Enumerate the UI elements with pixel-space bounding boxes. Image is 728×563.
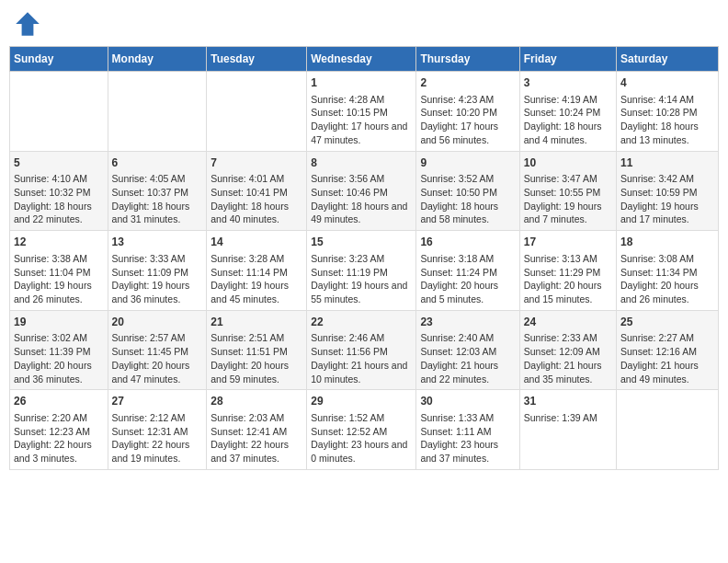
day-number: 4 [620,75,714,91]
day-number: 5 [14,155,104,171]
day-cell: 1Sunrise: 4:28 AMSunset: 10:15 PMDayligh… [307,72,416,152]
day-cell: 13Sunrise: 3:33 AMSunset: 11:09 PMDaylig… [108,231,207,311]
calendar-table: SundayMondayTuesdayWednesdayThursdayFrid… [9,46,719,470]
week-row-1: 1Sunrise: 4:28 AMSunset: 10:15 PMDayligh… [10,72,719,152]
day-number: 28 [210,394,302,409]
day-info: Sunrise: 2:12 AMSunset: 12:31 AMDaylight… [112,411,203,465]
day-number: 12 [14,235,104,250]
day-cell: 31Sunrise: 1:39 AM [519,390,616,470]
week-row-3: 12Sunrise: 3:38 AMSunset: 11:04 PMDaylig… [10,231,719,311]
day-info: Sunrise: 3:38 AMSunset: 11:04 PMDaylight… [14,252,104,306]
day-cell: 15Sunrise: 3:23 AMSunset: 11:19 PMDaylig… [307,231,416,311]
day-cell: 30Sunrise: 1:33 AMSunset: 1:11 AMDayligh… [416,390,519,470]
week-row-5: 26Sunrise: 2:20 AMSunset: 12:23 AMDaylig… [10,390,719,470]
day-number: 30 [420,394,515,409]
day-cell: 14Sunrise: 3:28 AMSunset: 11:14 PMDaylig… [207,231,307,311]
day-number: 16 [420,235,515,250]
day-info: Sunrise: 1:39 AM [524,411,612,425]
day-cell: 23Sunrise: 2:40 AMSunset: 12:03 AMDaylig… [416,310,519,390]
day-info: Sunrise: 4:10 AMSunset: 10:32 PMDaylight… [14,172,104,226]
day-info: Sunrise: 2:03 AMSunset: 12:41 AMDaylight… [210,411,302,465]
day-cell [10,72,108,152]
weekday-header-monday: Monday [108,47,207,72]
day-number: 25 [620,315,714,330]
day-cell: 29Sunrise: 1:52 AMSunset: 12:52 AMDaylig… [307,390,416,470]
day-info: Sunrise: 2:51 AMSunset: 11:51 PMDaylight… [210,331,302,385]
day-info: Sunrise: 3:52 AMSunset: 10:50 PMDaylight… [420,172,515,226]
day-cell: 24Sunrise: 2:33 AMSunset: 12:09 AMDaylig… [519,310,616,390]
day-cell: 28Sunrise: 2:03 AMSunset: 12:41 AMDaylig… [207,390,307,470]
week-row-4: 19Sunrise: 3:02 AMSunset: 11:39 PMDaylig… [10,310,719,390]
day-info: Sunrise: 1:52 AMSunset: 12:52 AMDaylight… [311,411,412,465]
day-cell: 5Sunrise: 4:10 AMSunset: 10:32 PMDayligh… [10,151,108,231]
day-number: 7 [210,155,302,171]
day-number: 19 [14,315,104,330]
day-info: Sunrise: 4:05 AMSunset: 10:37 PMDaylight… [112,172,203,226]
day-cell: 21Sunrise: 2:51 AMSunset: 11:51 PMDaylig… [207,310,307,390]
day-cell: 22Sunrise: 2:46 AMSunset: 11:56 PMDaylig… [307,310,416,390]
day-info: Sunrise: 3:28 AMSunset: 11:14 PMDaylight… [210,252,302,306]
day-number: 18 [620,235,714,250]
day-info: Sunrise: 3:18 AMSunset: 11:24 PMDaylight… [420,252,515,306]
day-info: Sunrise: 3:08 AMSunset: 11:34 PMDaylight… [620,252,714,306]
week-row-2: 5Sunrise: 4:10 AMSunset: 10:32 PMDayligh… [10,151,719,231]
day-info: Sunrise: 3:02 AMSunset: 11:39 PMDaylight… [14,331,104,385]
day-info: Sunrise: 4:01 AMSunset: 10:41 PMDaylight… [210,172,302,226]
svg-marker-0 [16,12,40,36]
day-cell: 7Sunrise: 4:01 AMSunset: 10:41 PMDayligh… [207,151,307,231]
day-info: Sunrise: 3:56 AMSunset: 10:46 PMDaylight… [311,172,412,226]
day-cell: 16Sunrise: 3:18 AMSunset: 11:24 PMDaylig… [416,231,519,311]
day-number: 9 [420,155,515,171]
day-info: Sunrise: 2:27 AMSunset: 12:16 AMDaylight… [620,331,714,385]
weekday-header-thursday: Thursday [416,47,519,72]
day-number: 3 [524,75,612,91]
day-info: Sunrise: 2:46 AMSunset: 11:56 PMDaylight… [311,331,412,385]
weekday-header-wednesday: Wednesday [307,47,416,72]
logo [13,9,46,39]
day-info: Sunrise: 4:14 AMSunset: 10:28 PMDaylight… [620,93,714,147]
day-number: 2 [420,75,515,91]
day-cell: 11Sunrise: 3:42 AMSunset: 10:59 PMDaylig… [617,151,719,231]
day-number: 10 [524,155,612,171]
header-row: SundayMondayTuesdayWednesdayThursdayFrid… [10,47,719,72]
day-info: Sunrise: 4:23 AMSunset: 10:20 PMDaylight… [420,93,515,147]
day-info: Sunrise: 2:20 AMSunset: 12:23 AMDaylight… [14,411,104,465]
day-number: 23 [420,315,515,330]
day-cell: 17Sunrise: 3:13 AMSunset: 11:29 PMDaylig… [519,231,616,311]
day-info: Sunrise: 3:13 AMSunset: 11:29 PMDaylight… [524,252,612,306]
day-info: Sunrise: 2:40 AMSunset: 12:03 AMDaylight… [420,331,515,385]
day-cell: 19Sunrise: 3:02 AMSunset: 11:39 PMDaylig… [10,310,108,390]
day-number: 17 [524,235,612,250]
day-cell [108,72,207,152]
day-info: Sunrise: 3:42 AMSunset: 10:59 PMDaylight… [620,172,714,226]
day-info: Sunrise: 3:47 AMSunset: 10:55 PMDaylight… [524,172,612,226]
day-number: 6 [112,155,203,171]
day-cell: 12Sunrise: 3:38 AMSunset: 11:04 PMDaylig… [10,231,108,311]
day-number: 8 [311,155,412,171]
day-info: Sunrise: 2:33 AMSunset: 12:09 AMDaylight… [524,331,612,385]
day-number: 11 [620,155,714,171]
day-cell [207,72,307,152]
day-cell: 27Sunrise: 2:12 AMSunset: 12:31 AMDaylig… [108,390,207,470]
day-cell: 6Sunrise: 4:05 AMSunset: 10:37 PMDayligh… [108,151,207,231]
day-cell: 3Sunrise: 4:19 AMSunset: 10:24 PMDayligh… [519,72,616,152]
day-number: 22 [311,315,412,330]
day-cell: 8Sunrise: 3:56 AMSunset: 10:46 PMDayligh… [307,151,416,231]
day-number: 31 [524,394,612,409]
day-cell: 4Sunrise: 4:14 AMSunset: 10:28 PMDayligh… [617,72,719,152]
weekday-header-friday: Friday [519,47,616,72]
day-number: 20 [112,315,203,330]
day-info: Sunrise: 4:28 AMSunset: 10:15 PMDaylight… [311,93,412,147]
day-cell [617,390,719,470]
day-cell: 20Sunrise: 2:57 AMSunset: 11:45 PMDaylig… [108,310,207,390]
day-info: Sunrise: 3:33 AMSunset: 11:09 PMDaylight… [112,252,203,306]
day-cell: 10Sunrise: 3:47 AMSunset: 10:55 PMDaylig… [519,151,616,231]
weekday-header-saturday: Saturday [617,47,719,72]
weekday-header-tuesday: Tuesday [207,47,307,72]
day-cell: 9Sunrise: 3:52 AMSunset: 10:50 PMDayligh… [416,151,519,231]
page-header [9,9,719,39]
weekday-header-sunday: Sunday [10,47,108,72]
day-number: 21 [210,315,302,330]
day-info: Sunrise: 2:57 AMSunset: 11:45 PMDaylight… [112,331,203,385]
day-cell: 2Sunrise: 4:23 AMSunset: 10:20 PMDayligh… [416,72,519,152]
